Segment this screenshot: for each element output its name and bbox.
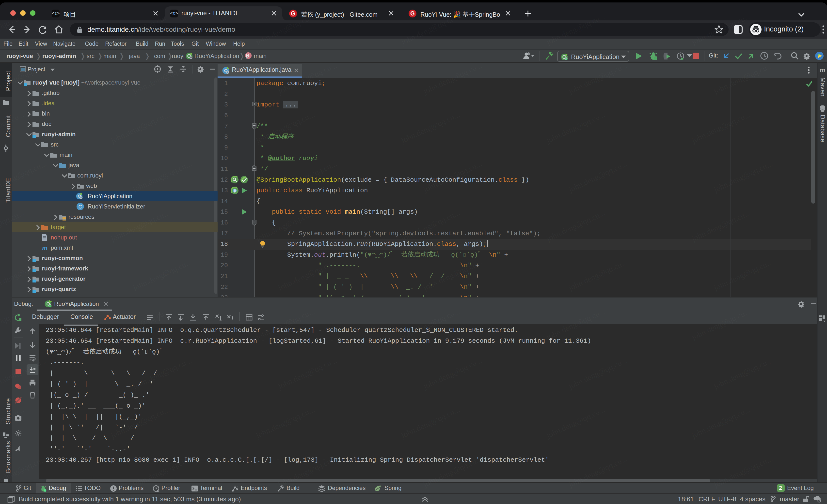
svg-text:m: m	[42, 244, 48, 252]
svg-text:C: C	[79, 204, 82, 210]
svg-text:@: @	[234, 189, 236, 193]
